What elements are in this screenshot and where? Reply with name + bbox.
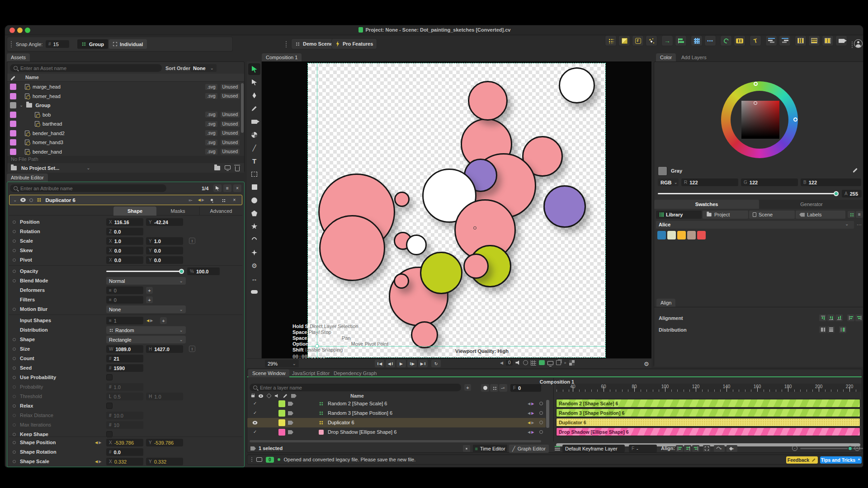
position-y-field[interactable]: Y-42.24	[146, 218, 183, 226]
trash-icon[interactable]	[235, 166, 240, 171]
seed-field[interactable]: #1590	[106, 364, 143, 372]
alpha-field[interactable]: A255	[842, 190, 862, 197]
tab-shape[interactable]: Shape	[113, 206, 156, 216]
toolbar-drag-handle[interactable]	[285, 41, 287, 48]
tab-javascript-editor[interactable]: JavaScript Editor	[288, 369, 334, 377]
star-tool[interactable]	[248, 221, 260, 232]
blue-field[interactable]: B122	[801, 178, 861, 186]
solo-circle-icon[interactable]	[539, 411, 543, 415]
asset-row[interactable]: bender_hand .svg Unused	[8, 147, 240, 156]
palette-swatch[interactable]	[677, 231, 686, 239]
camera-button[interactable]	[835, 35, 847, 46]
count-field[interactable]: #21	[106, 355, 143, 362]
polygon-tool[interactable]	[248, 207, 260, 219]
audio-icon[interactable]	[515, 361, 520, 365]
trail-tool-button[interactable]: →	[661, 35, 673, 46]
hue-marker-2[interactable]	[793, 117, 797, 122]
asset-row[interactable]: marge_head .svg Unused	[8, 82, 240, 92]
toolbar-drag-handle[interactable]	[851, 41, 853, 48]
timeline[interactable]: 40 60 80 100 120 140 160 180 200 220 Ran…	[556, 384, 861, 442]
link-icon[interactable]: ↕	[189, 238, 195, 244]
rotation-z-field[interactable]: Z0.0	[106, 228, 143, 235]
attribute-layer-header[interactable]: ⌄ Duplicator 6 =- ◀▶ ×	[9, 195, 242, 205]
go-to-start-button[interactable]: ▮◀	[375, 360, 384, 367]
stagger-align-button[interactable]	[675, 35, 687, 46]
statusbar-drag-handle[interactable]	[251, 457, 253, 462]
shape-select[interactable]: Rectangle⌄	[106, 336, 186, 343]
align-left-keys-button[interactable]	[676, 445, 683, 452]
attr-dot[interactable]	[13, 249, 16, 252]
distribute-h-button[interactable]	[819, 326, 826, 333]
tab-attribute-editor[interactable]: Attribute Editor	[7, 174, 48, 182]
ease-curve-button[interactable]: ▸	[714, 445, 725, 452]
align-center-h-button[interactable]	[827, 314, 835, 321]
pro-features-button[interactable]: Pro Features	[331, 38, 377, 49]
position-x-field[interactable]: X116.16	[106, 218, 143, 226]
add-list-button[interactable]: ≡	[223, 184, 231, 192]
tab-advanced[interactable]: Advanced	[199, 206, 242, 216]
attr-dot[interactable]	[13, 441, 16, 444]
threshold-low-field[interactable]: L0.5	[106, 393, 143, 400]
size-h-field[interactable]: H1427.0	[146, 345, 183, 353]
asset-row[interactable]: homer_hand3 .svg Unused	[8, 138, 240, 147]
forge-tool-button[interactable]: F	[632, 35, 644, 46]
frame-tool-button[interactable]	[734, 35, 745, 46]
frame-all-button[interactable]	[463, 445, 470, 452]
pick-attribute-button[interactable]	[213, 184, 222, 192]
utility-tool[interactable]: ⚙	[248, 260, 260, 272]
audio-column-icon[interactable]	[275, 394, 279, 398]
tab-dependency-graph[interactable]: Dependency Graph	[330, 369, 381, 377]
orient-tool[interactable]	[248, 129, 260, 141]
assets-name-header[interactable]: Name	[25, 75, 39, 80]
asset-color-chip[interactable]	[10, 84, 16, 90]
canvas-circle[interactable]	[468, 81, 508, 121]
tab-scene-window[interactable]: Scene Window	[248, 369, 289, 377]
chevron-down-icon[interactable]: ⌄	[19, 103, 23, 108]
timeline-bar-duplicator[interactable]: Duplicator 6	[556, 418, 860, 427]
keyframe-nav[interactable]: ◀▶	[528, 402, 534, 406]
message-bubble-icon[interactable]	[256, 457, 262, 462]
align-bottom-button[interactable]	[855, 314, 863, 321]
layer-color-swatch[interactable]	[278, 429, 285, 436]
text-anim-button[interactable]: T	[750, 35, 761, 46]
palette-swatch[interactable]	[667, 231, 676, 239]
list-view-button[interactable]: ≡	[856, 211, 863, 218]
asset-row[interactable]: bob .svg Unused	[8, 110, 240, 120]
duplicator-tool-button[interactable]	[605, 35, 617, 46]
layerlist-h-scrollbar[interactable]	[250, 440, 541, 442]
render-column-icon[interactable]	[266, 393, 271, 398]
asset-row[interactable]: barthead .svg Unused	[8, 119, 240, 129]
enabled-checkbox[interactable]: ✓	[253, 429, 257, 434]
pivot-y-field[interactable]: Y0.0	[146, 256, 183, 264]
flatten-button[interactable]: =-	[187, 197, 194, 203]
align-right-button[interactable]	[835, 314, 843, 321]
stagger-right-button[interactable]	[779, 35, 791, 46]
max-iterations-field[interactable]: #10	[106, 421, 143, 429]
align-right-keys-button[interactable]	[692, 445, 699, 452]
attr-dot[interactable]	[13, 366, 16, 370]
asset-row-group[interactable]: ⌄ Group	[8, 101, 240, 110]
distribute-v-button[interactable]	[827, 326, 835, 333]
keyframe-nav[interactable]: ◀▶	[528, 411, 534, 415]
attr-dot[interactable]	[13, 433, 16, 436]
asset-search-input[interactable]: Enter an Asset name	[10, 64, 162, 72]
gray-swatch[interactable]	[658, 166, 667, 176]
canvas-circle[interactable]	[543, 185, 586, 228]
timeline-bar-dropshadow[interactable]: Drop Shadow [Ellipse Shape] 6	[556, 427, 860, 436]
capsule-tool[interactable]	[248, 286, 260, 298]
timeline-bar-random2[interactable]: Random 2 [Shape Scale] 6	[556, 399, 860, 408]
layer-row-selected[interactable]: Duplicator 6 ◀▶	[247, 418, 546, 427]
probability-field[interactable]: #1.0	[106, 383, 143, 391]
time-editor-button[interactable]: ≡Time Editor	[473, 445, 507, 453]
quality-grid-icon[interactable]	[539, 360, 545, 365]
tab-swatches[interactable]: Swatches	[654, 200, 759, 209]
solo-circle-icon[interactable]	[539, 430, 543, 434]
selection-box-button[interactable]	[703, 445, 710, 452]
saturation-square[interactable]	[741, 101, 779, 139]
snapping-icon[interactable]	[523, 360, 528, 365]
shape-scale-x-field[interactable]: X0.332	[106, 458, 143, 465]
checker-icon[interactable]	[569, 360, 575, 366]
scene-tab[interactable]: Scene	[749, 211, 795, 219]
asset-row[interactable]: homer_head .svg Unused	[8, 92, 240, 101]
sort-order-select[interactable]: None ⌄	[190, 64, 217, 72]
